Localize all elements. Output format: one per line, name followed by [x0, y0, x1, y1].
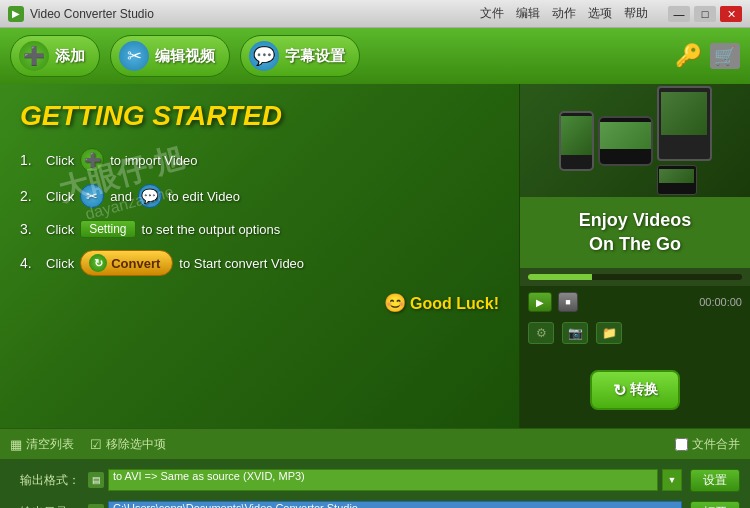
add-button[interactable]: ➕ 添加 [10, 35, 100, 77]
setting-button[interactable]: Setting [80, 220, 135, 238]
menu-edit[interactable]: 编辑 [516, 5, 540, 22]
device-small [657, 165, 697, 195]
device-tablet [657, 86, 712, 161]
minimize-button[interactable]: — [668, 6, 690, 22]
convert-inline-button[interactable]: ↻ Convert [80, 250, 173, 276]
player-screen [600, 122, 651, 150]
convert-main-button[interactable]: ↻ 转换 [590, 370, 680, 410]
step-1-icon: ➕ [80, 148, 104, 172]
preview-label-text: Enjoy Videos On The Go [532, 209, 738, 256]
step-1-text: to import Video [110, 153, 197, 168]
edit-label: 编辑视频 [155, 47, 215, 66]
main-toolbar: ➕ 添加 ✂ 编辑视频 💬 字幕设置 🔑 🛒 [0, 28, 750, 84]
dir-icon: 📁 [88, 504, 104, 508]
clear-list-button[interactable]: ▦ 清空列表 [10, 436, 74, 453]
time-display: 00:00:00 [699, 296, 742, 308]
menu-action[interactable]: 动作 [552, 5, 576, 22]
format-settings-button[interactable]: 设置 [690, 469, 740, 492]
edit-icon: ✂ [119, 41, 149, 71]
convert-btn-area: ↻ 转换 [520, 352, 750, 428]
step-2: 2. Click ✂ and 💬 to edit Video [20, 184, 499, 208]
step-2-and: and [110, 189, 132, 204]
convert-main-label: 转换 [630, 381, 658, 399]
toolbar-right: 🔑 🛒 [675, 43, 740, 69]
preview-image [520, 84, 750, 197]
step-1-action: Click [46, 153, 74, 168]
step-3-action: Click [46, 222, 74, 237]
cart-icon[interactable]: 🛒 [710, 43, 740, 69]
main-area: GETTING STARTED 大眼仔·旭 dayanzai.me 1. Cli… [0, 84, 750, 428]
title-bar: ▶ Video Converter Studio 文件 编辑 动作 选项 帮助 … [0, 0, 750, 28]
step-list: 1. Click ➕ to import Video 2. Click ✂ an… [20, 148, 499, 276]
step-2-num: 2. [20, 188, 40, 204]
step-3: 3. Click Setting to set the output optio… [20, 220, 499, 238]
good-luck-text: 😊 Good Luck! [20, 292, 499, 314]
convert-inline-label: Convert [111, 256, 160, 271]
getting-started-panel: GETTING STARTED 大眼仔·旭 dayanzai.me 1. Cli… [0, 84, 520, 428]
format-dropdown-arrow[interactable]: ▼ [662, 469, 682, 491]
dir-open-button[interactable]: 打开 [690, 501, 740, 509]
settings-area: 输出格式： ▤ to AVI => Same as source (XVID, … [0, 460, 750, 508]
step-2-text: to edit Video [168, 189, 240, 204]
convert-inline-icon: ↻ [89, 254, 107, 272]
edit-video-button[interactable]: ✂ 编辑视频 [110, 35, 230, 77]
action-icons-row: ⚙ 📷 📁 [520, 318, 750, 352]
playback-controls: ▶ ■ 00:00:00 [520, 286, 750, 318]
progress-area [520, 268, 750, 286]
step-4: 4. Click ↻ Convert to Start convert Vide… [20, 250, 499, 276]
window-controls: — □ ✕ [668, 6, 742, 22]
convert-main-icon: ↻ [613, 381, 626, 400]
format-select[interactable]: to AVI => Same as source (XVID, MP3) [108, 469, 658, 491]
dir-label: 输出目录： [10, 504, 80, 509]
format-label: 输出格式： [10, 472, 80, 489]
preview-panel: Enjoy Videos On The Go ▶ ■ 00:00:00 ⚙ 📷 … [520, 84, 750, 428]
merge-files-option[interactable]: 文件合并 [675, 436, 740, 453]
device-small-screen [659, 169, 693, 183]
dir-input-container: 📁 C:\Users\cong\Documents\Video Converte… [88, 501, 682, 508]
subtitle-icon: 💬 [249, 41, 279, 71]
camera-icon[interactable]: 📷 [562, 322, 588, 344]
step-4-text: to Start convert Video [179, 256, 304, 271]
folder-icon[interactable]: 📁 [596, 322, 622, 344]
progress-bar-container [528, 274, 742, 280]
preview-label-area: Enjoy Videos On The Go [520, 197, 750, 268]
add-icon: ➕ [19, 41, 49, 71]
phone-screen [561, 116, 592, 155]
app-icon: ▶ [8, 6, 24, 22]
step-2-icon-b: 💬 [138, 184, 162, 208]
dir-path-input[interactable]: C:\Users\cong\Documents\Video Converter … [108, 501, 682, 508]
menu-help[interactable]: 帮助 [624, 5, 648, 22]
step-4-action: Click [46, 256, 74, 271]
merge-label: 文件合并 [692, 436, 740, 453]
settings-icon[interactable]: ⚙ [528, 322, 554, 344]
play-button[interactable]: ▶ [528, 292, 552, 312]
format-input-container: ▤ to AVI => Same as source (XVID, MP3) ▼ [88, 469, 682, 491]
getting-started-title: GETTING STARTED [20, 100, 499, 132]
maximize-button[interactable]: □ [694, 6, 716, 22]
app-title: Video Converter Studio [30, 7, 480, 21]
device-player [598, 116, 653, 166]
clear-list-label: 清空列表 [26, 436, 74, 453]
format-row: 输出格式： ▤ to AVI => Same as source (XVID, … [10, 466, 740, 494]
clear-list-icon: ▦ [10, 437, 22, 452]
step-1-num: 1. [20, 152, 40, 168]
merge-checkbox[interactable] [675, 438, 688, 451]
stop-button[interactable]: ■ [558, 292, 578, 312]
step-4-num: 4. [20, 255, 40, 271]
remove-icon: ☑ [90, 437, 102, 452]
subtitle-button[interactable]: 💬 字幕设置 [240, 35, 360, 77]
format-icon: ▤ [88, 472, 104, 488]
step-3-text: to set the output options [142, 222, 281, 237]
list-toolbar: ▦ 清空列表 ☑ 移除选中项 文件合并 [0, 428, 750, 460]
key-icon[interactable]: 🔑 [675, 43, 702, 69]
close-button[interactable]: ✕ [720, 6, 742, 22]
step-2-action: Click [46, 189, 74, 204]
progress-bar-fill [528, 274, 592, 280]
smiley-icon: 😊 [384, 293, 406, 313]
menu-options[interactable]: 选项 [588, 5, 612, 22]
subtitle-label: 字幕设置 [285, 47, 345, 66]
menu-file[interactable]: 文件 [480, 5, 504, 22]
tablet-screen [661, 92, 707, 135]
step-2-icon-a: ✂ [80, 184, 104, 208]
remove-selected-button[interactable]: ☑ 移除选中项 [90, 436, 166, 453]
